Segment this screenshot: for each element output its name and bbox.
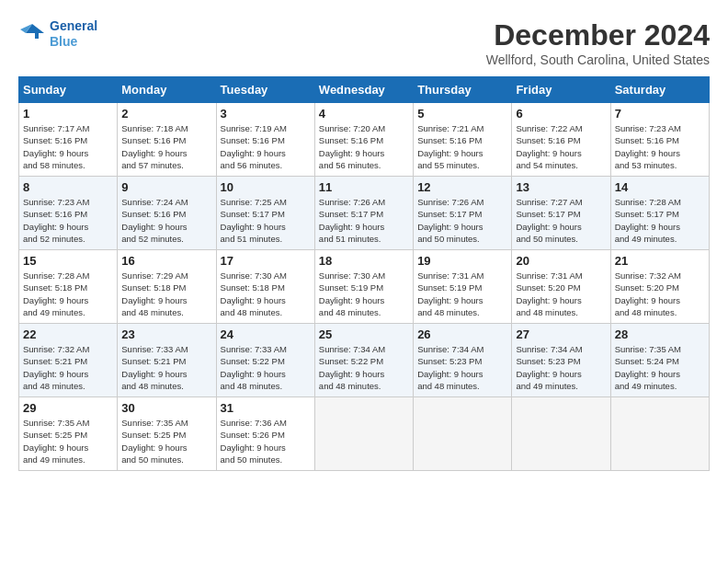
calendar-cell: 20Sunrise: 7:31 AM Sunset: 5:20 PM Dayli… (512, 250, 610, 324)
day-info: Sunrise: 7:28 AM Sunset: 5:18 PM Dayligh… (23, 270, 113, 318)
calendar-week-row: 22Sunrise: 7:32 AM Sunset: 5:21 PM Dayli… (19, 324, 710, 397)
day-info: Sunrise: 7:34 AM Sunset: 5:23 PM Dayligh… (516, 343, 606, 392)
page-header: General Blue December 2024 Wellford, Sou… (18, 18, 710, 67)
weekday-header: Thursday (414, 77, 512, 103)
day-info: Sunrise: 7:31 AM Sunset: 5:19 PM Dayligh… (417, 270, 507, 318)
day-number: 2 (121, 107, 211, 121)
day-info: Sunrise: 7:21 AM Sunset: 5:16 PM Dayligh… (417, 122, 507, 171)
day-number: 14 (615, 180, 705, 194)
day-number: 8 (23, 180, 113, 194)
day-number: 22 (23, 327, 113, 341)
day-number: 4 (319, 107, 409, 121)
calendar-cell (414, 397, 512, 471)
day-number: 15 (23, 254, 113, 268)
day-info: Sunrise: 7:35 AM Sunset: 5:25 PM Dayligh… (121, 417, 211, 465)
calendar-week-row: 1Sunrise: 7:17 AM Sunset: 5:16 PM Daylig… (19, 103, 710, 177)
day-number: 12 (417, 180, 507, 194)
calendar-cell (512, 397, 610, 471)
day-number: 3 (221, 107, 311, 121)
day-info: Sunrise: 7:33 AM Sunset: 5:22 PM Dayligh… (221, 343, 311, 392)
day-info: Sunrise: 7:30 AM Sunset: 5:19 PM Dayligh… (319, 270, 409, 318)
day-number: 20 (516, 254, 606, 268)
calendar-cell: 11Sunrise: 7:26 AM Sunset: 5:17 PM Dayli… (314, 177, 413, 250)
calendar-cell: 14Sunrise: 7:28 AM Sunset: 5:17 PM Dayli… (610, 177, 709, 250)
day-info: Sunrise: 7:20 AM Sunset: 5:16 PM Dayligh… (319, 122, 409, 171)
day-info: Sunrise: 7:35 AM Sunset: 5:24 PM Dayligh… (615, 343, 705, 392)
day-number: 5 (417, 107, 507, 121)
day-info: Sunrise: 7:31 AM Sunset: 5:20 PM Dayligh… (516, 270, 606, 318)
day-info: Sunrise: 7:26 AM Sunset: 5:17 PM Dayligh… (417, 196, 507, 245)
calendar-cell: 1Sunrise: 7:17 AM Sunset: 5:16 PM Daylig… (19, 103, 118, 177)
day-number: 16 (121, 254, 211, 268)
day-info: Sunrise: 7:26 AM Sunset: 5:17 PM Dayligh… (319, 196, 409, 245)
day-number: 17 (221, 254, 311, 268)
day-number: 23 (121, 327, 211, 341)
calendar-cell: 31Sunrise: 7:36 AM Sunset: 5:26 PM Dayli… (216, 397, 314, 471)
weekday-header: Wednesday (314, 77, 413, 103)
day-number: 27 (516, 327, 606, 341)
location: Wellford, South Carolina, United States (486, 52, 710, 67)
calendar-cell (610, 397, 709, 471)
day-info: Sunrise: 7:36 AM Sunset: 5:26 PM Dayligh… (221, 417, 311, 465)
day-info: Sunrise: 7:34 AM Sunset: 5:22 PM Dayligh… (319, 343, 409, 392)
calendar-cell: 8Sunrise: 7:23 AM Sunset: 5:16 PM Daylig… (19, 177, 118, 250)
day-info: Sunrise: 7:23 AM Sunset: 5:16 PM Dayligh… (615, 122, 705, 171)
weekday-header: Friday (512, 77, 610, 103)
day-info: Sunrise: 7:29 AM Sunset: 5:18 PM Dayligh… (121, 270, 211, 318)
month-title: December 2024 (486, 18, 710, 52)
day-info: Sunrise: 7:30 AM Sunset: 5:18 PM Dayligh… (221, 270, 311, 318)
day-info: Sunrise: 7:25 AM Sunset: 5:17 PM Dayligh… (221, 196, 311, 245)
day-number: 26 (417, 327, 507, 341)
calendar-week-row: 29Sunrise: 7:35 AM Sunset: 5:25 PM Dayli… (19, 397, 710, 471)
calendar-cell: 4Sunrise: 7:20 AM Sunset: 5:16 PM Daylig… (314, 103, 413, 177)
calendar-cell: 6Sunrise: 7:22 AM Sunset: 5:16 PM Daylig… (512, 103, 610, 177)
calendar-cell: 5Sunrise: 7:21 AM Sunset: 5:16 PM Daylig… (414, 103, 512, 177)
day-number: 28 (615, 327, 705, 341)
calendar-cell: 12Sunrise: 7:26 AM Sunset: 5:17 PM Dayli… (414, 177, 512, 250)
calendar-cell: 15Sunrise: 7:28 AM Sunset: 5:18 PM Dayli… (19, 250, 118, 324)
day-info: Sunrise: 7:32 AM Sunset: 5:20 PM Dayligh… (615, 270, 705, 318)
calendar-cell: 24Sunrise: 7:33 AM Sunset: 5:22 PM Dayli… (216, 324, 314, 397)
day-number: 19 (417, 254, 507, 268)
calendar-cell: 10Sunrise: 7:25 AM Sunset: 5:17 PM Dayli… (216, 177, 314, 250)
calendar-cell: 30Sunrise: 7:35 AM Sunset: 5:25 PM Dayli… (118, 397, 216, 471)
title-block: December 2024 Wellford, South Carolina, … (486, 18, 710, 67)
calendar-cell: 26Sunrise: 7:34 AM Sunset: 5:23 PM Dayli… (414, 324, 512, 397)
calendar-cell: 17Sunrise: 7:30 AM Sunset: 5:18 PM Dayli… (216, 250, 314, 324)
day-info: Sunrise: 7:19 AM Sunset: 5:16 PM Dayligh… (221, 122, 311, 171)
weekday-header: Tuesday (216, 77, 314, 103)
calendar-cell: 13Sunrise: 7:27 AM Sunset: 5:17 PM Dayli… (512, 177, 610, 250)
calendar-cell: 2Sunrise: 7:18 AM Sunset: 5:16 PM Daylig… (118, 103, 216, 177)
calendar-cell: 22Sunrise: 7:32 AM Sunset: 5:21 PM Dayli… (19, 324, 118, 397)
day-info: Sunrise: 7:23 AM Sunset: 5:16 PM Dayligh… (23, 196, 113, 245)
day-info: Sunrise: 7:33 AM Sunset: 5:21 PM Dayligh… (121, 343, 211, 392)
day-number: 25 (319, 327, 409, 341)
weekday-header-row: SundayMondayTuesdayWednesdayThursdayFrid… (19, 77, 710, 103)
weekday-header: Saturday (610, 77, 709, 103)
weekday-header: Monday (118, 77, 216, 103)
calendar-cell: 7Sunrise: 7:23 AM Sunset: 5:16 PM Daylig… (610, 103, 709, 177)
calendar-cell: 18Sunrise: 7:30 AM Sunset: 5:19 PM Dayli… (314, 250, 413, 324)
logo-text: General Blue (50, 18, 97, 50)
calendar-cell: 27Sunrise: 7:34 AM Sunset: 5:23 PM Dayli… (512, 324, 610, 397)
day-info: Sunrise: 7:17 AM Sunset: 5:16 PM Dayligh… (23, 122, 113, 171)
logo: General Blue (18, 18, 97, 50)
calendar-week-row: 15Sunrise: 7:28 AM Sunset: 5:18 PM Dayli… (19, 250, 710, 324)
day-number: 10 (221, 180, 311, 194)
day-number: 1 (23, 107, 113, 121)
day-info: Sunrise: 7:35 AM Sunset: 5:25 PM Dayligh… (23, 417, 113, 465)
day-info: Sunrise: 7:18 AM Sunset: 5:16 PM Dayligh… (121, 122, 211, 171)
day-number: 18 (319, 254, 409, 268)
calendar-cell (314, 397, 413, 471)
day-number: 24 (221, 327, 311, 341)
day-info: Sunrise: 7:28 AM Sunset: 5:17 PM Dayligh… (615, 196, 705, 245)
calendar-cell: 3Sunrise: 7:19 AM Sunset: 5:16 PM Daylig… (216, 103, 314, 177)
calendar-cell: 29Sunrise: 7:35 AM Sunset: 5:25 PM Dayli… (19, 397, 118, 471)
logo-icon (18, 20, 46, 48)
day-info: Sunrise: 7:24 AM Sunset: 5:16 PM Dayligh… (121, 196, 211, 245)
calendar-cell: 21Sunrise: 7:32 AM Sunset: 5:20 PM Dayli… (610, 250, 709, 324)
calendar-cell: 28Sunrise: 7:35 AM Sunset: 5:24 PM Dayli… (610, 324, 709, 397)
day-number: 11 (319, 180, 409, 194)
weekday-header: Sunday (19, 77, 118, 103)
calendar-cell: 25Sunrise: 7:34 AM Sunset: 5:22 PM Dayli… (314, 324, 413, 397)
